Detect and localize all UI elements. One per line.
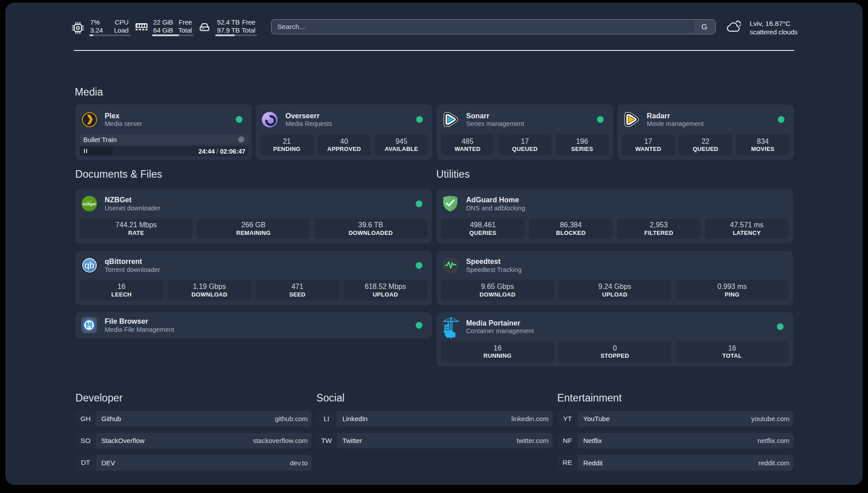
svg-text:nzbget: nzbget [83,202,96,206]
svg-text:qb: qb [84,260,94,270]
